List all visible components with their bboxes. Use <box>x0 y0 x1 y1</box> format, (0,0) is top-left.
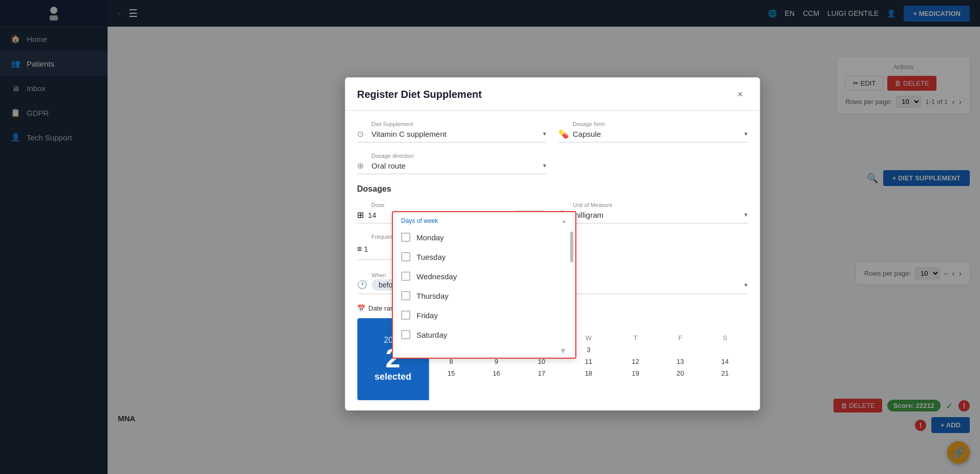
when-arrow[interactable]: ▾ <box>744 281 747 288</box>
diet-supplement-arrow[interactable]: ▾ <box>543 130 546 137</box>
dosage-form-value: Capsule <box>573 130 740 138</box>
cal-day[interactable]: 13 <box>658 356 702 367</box>
supplement-icon: ⊙ <box>357 129 367 139</box>
day-item-saturday[interactable]: Saturday <box>393 325 575 344</box>
days-scroll-down-area: ▼ <box>393 344 575 358</box>
days-of-week-dropdown: Days of week ▲ Monday Tuesday Wednesday … <box>392 211 576 359</box>
dose-label: Dose <box>371 202 546 208</box>
diet-supplement-value: Vitamin C supplement <box>371 130 539 138</box>
days-scroll-up[interactable]: ▲ <box>561 217 567 224</box>
unit-label: Unit of Measure <box>573 202 747 208</box>
modal-close-button[interactable]: × <box>733 88 747 102</box>
route-icon: ⊕ <box>357 161 367 171</box>
dosage-direction-input-wrap: ⊕ Oral route ▾ <box>357 161 546 174</box>
dosages-section-title: Dosages <box>357 184 747 194</box>
days-dropdown-scroll[interactable]: Monday Tuesday Wednesday Thursday Friday… <box>393 228 575 344</box>
dosage-direction-label: Dosage direction <box>371 153 546 159</box>
cal-day[interactable] <box>613 344 658 356</box>
cal-day[interactable]: 15 <box>429 367 473 379</box>
days-dropdown-header: Days of week ▲ <box>393 212 575 228</box>
unit-of-measure-field: Unit of Measure 🔍 milligram ▾ <box>558 202 747 223</box>
when-icon: 🕐 <box>357 280 367 290</box>
modal-title: Register Diet Supplement <box>357 89 482 100</box>
row-direction: Dosage direction ⊕ Oral route ▾ <box>357 153 747 174</box>
unit-value: milligram <box>573 211 740 219</box>
cal-day[interactable]: 17 <box>519 367 564 379</box>
friday-checkbox[interactable] <box>401 311 410 320</box>
tuesday-checkbox[interactable] <box>401 252 410 261</box>
row-diet-dosage: Diet Supplement ⊙ Vitamin C supplement ▾… <box>357 121 747 142</box>
thursday-checkbox[interactable] <box>401 291 410 300</box>
cal-week-3: 15 16 17 18 19 20 21 <box>429 367 747 379</box>
cal-day[interactable]: 21 <box>703 367 747 379</box>
cal-header-fri: F <box>658 332 702 344</box>
day-item-thursday[interactable]: Thursday <box>393 286 575 305</box>
friday-label: Friday <box>416 311 438 320</box>
unit-input-wrap: 🔍 milligram ▾ <box>558 210 747 223</box>
day-item-friday[interactable]: Friday <box>393 305 575 325</box>
dosage-direction-value: Oral route <box>371 161 539 170</box>
cal-day[interactable]: 16 <box>473 367 519 379</box>
when-label: When <box>371 272 386 278</box>
placeholder-field <box>558 153 747 174</box>
cal-selected-text: selected <box>374 372 411 382</box>
dose-icon: ⊞ <box>357 210 364 220</box>
cal-day[interactable]: 12 <box>613 356 658 367</box>
day-item-wednesday[interactable]: Wednesday <box>393 266 575 286</box>
day-item-monday[interactable]: Monday <box>393 228 575 247</box>
saturday-label: Saturday <box>416 331 447 339</box>
wednesday-label: Wednesday <box>416 272 457 281</box>
frequency-icon: ≡ <box>357 244 362 254</box>
cal-header-thu: T <box>613 332 658 344</box>
dosage-form-input-wrap: 💊 Capsule ▾ <box>558 129 747 142</box>
saturday-checkbox[interactable] <box>401 330 410 339</box>
frequency-input[interactable] <box>364 244 389 253</box>
tuesday-label: Tuesday <box>416 253 446 261</box>
cal-day[interactable]: 19 <box>613 367 658 379</box>
scrollbar-thumb <box>570 232 573 262</box>
cal-header-sat: S <box>703 332 747 344</box>
days-scroll-down[interactable]: ▼ <box>559 346 567 356</box>
dosage-direction-field: Dosage direction ⊕ Oral route ▾ <box>357 153 546 174</box>
thursday-label: Thursday <box>416 292 449 300</box>
diet-supplement-field: Diet Supplement ⊙ Vitamin C supplement ▾ <box>357 121 546 142</box>
cal-day[interactable]: 20 <box>658 367 702 379</box>
monday-label: Monday <box>416 233 444 242</box>
cal-day[interactable] <box>703 344 747 356</box>
dosage-direction-arrow[interactable]: ▾ <box>543 162 546 169</box>
monday-checkbox[interactable] <box>401 233 410 242</box>
calendar-icon: 📅 <box>357 304 365 312</box>
modal-header: Register Diet Supplement × <box>345 77 760 111</box>
diet-supplement-input-wrap: ⊙ Vitamin C supplement ▾ <box>357 129 546 142</box>
wednesday-checkbox[interactable] <box>401 272 410 281</box>
dosage-form-arrow[interactable]: ▾ <box>744 130 747 137</box>
day-item-tuesday[interactable]: Tuesday <box>393 247 575 266</box>
cal-day[interactable]: 14 <box>703 356 747 367</box>
dosage-form-label: Dosage form <box>573 121 747 127</box>
diet-supplement-label: Diet Supplement <box>371 121 546 127</box>
cal-day[interactable]: 18 <box>564 367 613 379</box>
dosage-icon: 💊 <box>558 129 569 139</box>
unit-arrow[interactable]: ▾ <box>744 211 747 218</box>
cal-day[interactable] <box>658 344 702 356</box>
days-label: Days of week <box>401 217 438 224</box>
dosage-form-field: Dosage form 💊 Capsule ▾ <box>558 121 747 142</box>
